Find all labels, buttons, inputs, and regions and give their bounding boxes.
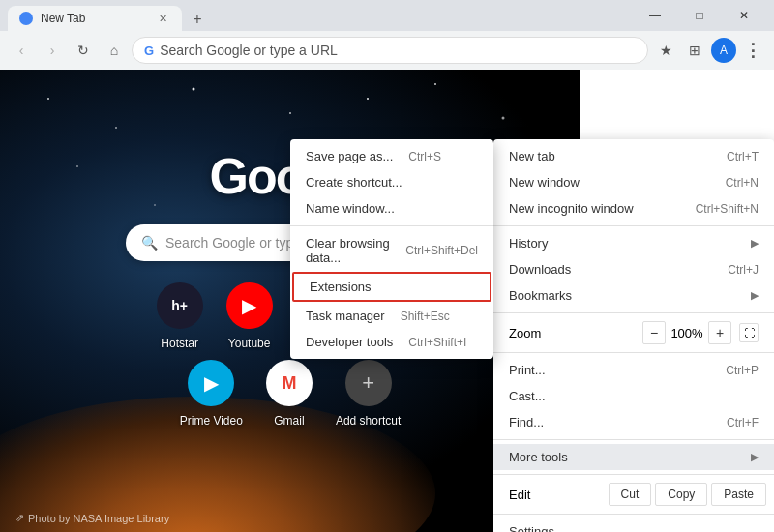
menu-new-tab[interactable]: New tab Ctrl+T [493, 143, 774, 169]
save-page-shortcut: Ctrl+S [408, 150, 441, 163]
copy-button[interactable]: Copy [655, 483, 707, 506]
task-manager-shortcut: Shift+Esc [401, 310, 450, 323]
svg-point-2 [193, 88, 195, 91]
submenu-extensions[interactable]: Extensions [292, 272, 491, 302]
create-shortcut-label: Create shortcut... [306, 175, 402, 190]
svg-point-7 [367, 98, 369, 100]
menu-print-shortcut: Ctrl+P [726, 364, 759, 377]
menu-downloads-shortcut: Ctrl+J [728, 263, 759, 277]
submenu-name-window[interactable]: Name window... [290, 195, 493, 222]
menu-new-tab-shortcut: Ctrl+T [727, 150, 759, 163]
history-arrow: ▶ [751, 237, 759, 250]
zoom-buttons: − 100% + ⛶ [642, 321, 759, 344]
new-tab-button[interactable]: + [186, 8, 209, 31]
submenu-clear-browsing[interactable]: Clear browsing data... Ctrl+Shift+Del [290, 230, 493, 271]
save-page-label: Save page as... [306, 149, 393, 163]
address-bar[interactable]: G Search Google or type a URL [132, 37, 648, 64]
hotstar-label: Hotstar [161, 337, 198, 350]
shortcut-gmail[interactable]: M Gmail [266, 360, 313, 428]
shortcuts-row-2: ▶ Prime Video M Gmail + Add shortcut [87, 360, 493, 428]
menu-cast-label: Cast... [509, 389, 759, 403]
divider-4 [493, 439, 774, 440]
photo-credit[interactable]: ⇗ Photo by NASA Image Library [15, 512, 169, 524]
title-bar: New Tab ✕ + — □ ✕ [0, 0, 774, 31]
prime-icon: ▶ [188, 360, 234, 406]
maximize-button[interactable]: □ [677, 0, 722, 31]
menu-print-label: Print... [509, 363, 710, 377]
menu-new-tab-label: New tab [509, 149, 711, 163]
name-window-label: Name window... [306, 201, 395, 216]
zoom-in-button[interactable]: + [708, 321, 731, 344]
tab-label: New Tab [41, 12, 85, 25]
menu-incognito-shortcut: Ctrl+Shift+N [696, 202, 759, 216]
menu-incognito-label: New incognito window [509, 201, 680, 216]
dev-tools-shortcut: Ctrl+Shift+I [408, 336, 466, 349]
reload-button[interactable]: ↻ [70, 37, 97, 64]
menu-cast[interactable]: Cast... [493, 383, 774, 409]
shortcut-prime[interactable]: ▶ Prime Video [180, 360, 243, 428]
svg-point-1 [115, 127, 117, 129]
tab-close-button[interactable]: ✕ [155, 11, 170, 26]
chrome-menu-button[interactable]: ⋮ [739, 37, 766, 64]
forward-button[interactable]: › [39, 37, 66, 64]
extensions-puzzle-button[interactable]: ⊞ [681, 37, 708, 64]
shortcut-hotstar[interactable]: h+ Hotstar [157, 282, 203, 350]
close-button[interactable]: ✕ [722, 0, 766, 31]
google-icon: G [144, 44, 154, 58]
profile-avatar[interactable]: A [710, 37, 737, 64]
menu-new-window-label: New window [509, 175, 710, 190]
submenu-developer-tools[interactable]: Developer tools Ctrl+Shift+I [290, 329, 493, 355]
zoom-out-button[interactable]: − [642, 321, 666, 344]
zoom-fullscreen-button[interactable]: ⛶ [739, 323, 759, 342]
svg-point-4 [434, 83, 436, 85]
menu-new-window[interactable]: New window Ctrl+N [493, 169, 774, 195]
submenu-divider-1 [290, 225, 493, 226]
user-avatar[interactable]: A [711, 38, 736, 63]
link-icon: ⇗ [15, 512, 24, 524]
zoom-label: Zoom [509, 326, 642, 340]
menu-downloads-label: Downloads [509, 262, 712, 277]
add-shortcut-icon: + [345, 360, 392, 406]
menu-settings[interactable]: Settings [493, 518, 774, 532]
menu-settings-label: Settings [509, 524, 759, 532]
more-tools-submenu: Save page as... Ctrl+S Create shortcut..… [290, 139, 493, 359]
address-text: Search Google or type a URL [160, 43, 338, 58]
menu-more-tools[interactable]: More tools ▶ [493, 444, 774, 470]
clear-browsing-shortcut: Ctrl+Shift+Del [405, 244, 478, 257]
menu-new-window-shortcut: Ctrl+N [726, 176, 759, 190]
menu-find-shortcut: Ctrl+F [727, 416, 759, 429]
svg-point-3 [289, 112, 291, 114]
bookmark-star-button[interactable]: ★ [652, 37, 679, 64]
menu-bookmarks-label: Bookmarks [509, 288, 751, 303]
active-tab[interactable]: New Tab ✕ [8, 6, 182, 31]
menu-print[interactable]: Print... Ctrl+P [493, 357, 774, 383]
menu-history[interactable]: History ▶ [493, 230, 774, 256]
home-button[interactable]: ⌂ [101, 37, 128, 64]
menu-find[interactable]: Find... Ctrl+F [493, 409, 774, 435]
menu-more-tools-label: More tools [509, 450, 751, 464]
youtube-icon: ▶ [226, 282, 273, 329]
paste-button[interactable]: Paste [711, 483, 766, 506]
menu-history-label: History [509, 236, 751, 251]
submenu-create-shortcut[interactable]: Create shortcut... [290, 169, 493, 195]
menu-incognito[interactable]: New incognito window Ctrl+Shift+N [493, 195, 774, 222]
edit-label: Edit [501, 488, 605, 502]
menu-downloads[interactable]: Downloads Ctrl+J [493, 256, 774, 282]
gmail-label: Gmail [274, 414, 304, 428]
clear-browsing-label: Clear browsing data... [306, 236, 390, 265]
submenu-save-page[interactable]: Save page as... Ctrl+S [290, 143, 493, 169]
youtube-label: Youtube [228, 337, 271, 350]
prime-label: Prime Video [180, 414, 243, 428]
minimize-button[interactable]: — [633, 0, 677, 31]
shortcut-youtube[interactable]: ▶ Youtube [226, 282, 273, 350]
extensions-label: Extensions [310, 280, 372, 294]
cut-button[interactable]: Cut [609, 483, 652, 506]
svg-point-8 [154, 204, 156, 206]
developer-tools-label: Developer tools [306, 335, 393, 349]
divider-6 [493, 514, 774, 515]
back-button[interactable]: ‹ [8, 37, 35, 64]
more-tools-arrow: ▶ [751, 451, 759, 463]
menu-bookmarks[interactable]: Bookmarks ▶ [493, 282, 774, 309]
shortcut-add[interactable]: + Add shortcut [336, 360, 401, 428]
submenu-task-manager[interactable]: Task manager Shift+Esc [290, 303, 493, 329]
